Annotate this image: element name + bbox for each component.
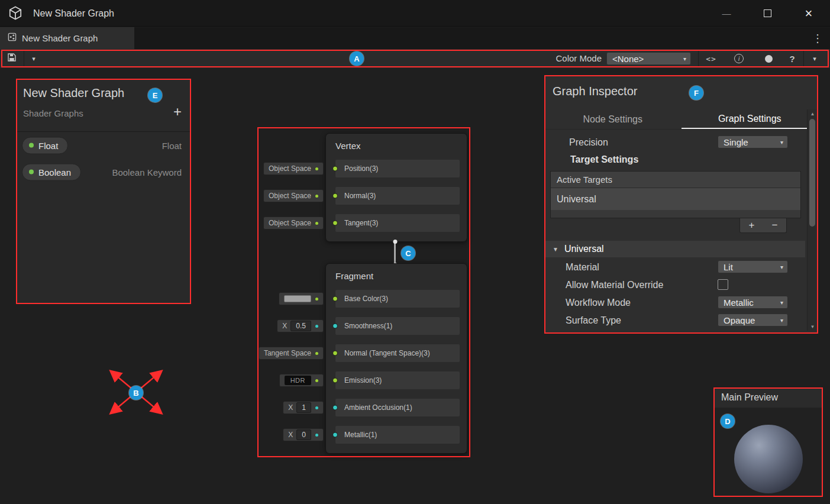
- graph-inspector-toggle[interactable]: i: [730, 49, 748, 68]
- add-target-button[interactable]: +: [740, 218, 763, 232]
- preview-sphere[interactable]: [734, 425, 803, 493]
- input-port-icon[interactable]: [332, 296, 338, 302]
- dropdown-value: Metallic: [724, 298, 754, 308]
- allow-material-override-checkbox[interactable]: [718, 279, 728, 290]
- surface-type-dropdown[interactable]: Opaque ▾: [718, 314, 788, 327]
- input-port-icon[interactable]: [332, 351, 338, 356]
- chevron-down-icon: ▾: [776, 317, 783, 324]
- shader-graph-icon: [8, 33, 17, 44]
- vertex-fragment-connector: [394, 242, 396, 264]
- tab-node-settings[interactable]: Node Settings: [544, 109, 682, 129]
- space-dropdown[interactable]: Object Space: [263, 162, 324, 175]
- slot-emission: HDR Emission(3): [335, 371, 460, 389]
- generated-code-button[interactable]: <>: [702, 49, 721, 68]
- dropdown-value: Opaque: [724, 315, 755, 325]
- annotation-badge-e: E: [148, 88, 162, 102]
- emission-control[interactable]: HDR: [279, 374, 324, 387]
- color-swatch[interactable]: [284, 295, 311, 302]
- minimize-button[interactable]: —: [716, 0, 737, 27]
- remove-target-button[interactable]: −: [763, 218, 786, 232]
- port-dot-icon: [315, 325, 318, 328]
- port-dot-icon: [315, 195, 318, 198]
- main-preview-title: Main Preview: [713, 387, 823, 408]
- fragment-node-title: Fragment: [326, 264, 467, 290]
- active-targets-header: Active Targets: [551, 172, 800, 188]
- preview-sphere-icon: [765, 55, 773, 63]
- target-row-universal[interactable]: Universal: [551, 188, 800, 210]
- tab-new-shader-graph[interactable]: New Shader Graph: [0, 27, 134, 49]
- color-mode-value: <None>: [612, 54, 644, 64]
- foldout-label: Universal: [564, 244, 604, 254]
- scrollbar-thumb[interactable]: [809, 119, 815, 227]
- value-field[interactable]: 0: [296, 429, 311, 440]
- color-mode-dropdown[interactable]: <None> ▾: [606, 52, 691, 65]
- maximize-button[interactable]: [757, 0, 777, 27]
- slot-label: Normal (Tangent Space)(3): [344, 349, 430, 357]
- main-preview-toggle[interactable]: [759, 49, 778, 68]
- graph-inspector-panel: Graph Inspector Node Settings Graph Sett…: [544, 75, 818, 333]
- port-dot-icon: [315, 406, 318, 409]
- annotation-badge-d: D: [721, 414, 735, 428]
- space-dropdown[interactable]: Object Space: [263, 217, 324, 230]
- toolbar-overflow-dropdown[interactable]: ▾: [806, 49, 823, 68]
- x-component-label: X: [288, 431, 293, 439]
- input-port-icon[interactable]: [332, 166, 338, 172]
- smoothness-control[interactable]: X 0.5: [277, 319, 324, 332]
- space-dropdown-label: Object Space: [269, 219, 311, 227]
- help-icon: ?: [789, 54, 795, 64]
- metallic-control[interactable]: X 0: [283, 428, 324, 441]
- space-dropdown[interactable]: Tangent Space: [259, 347, 324, 360]
- input-port-icon[interactable]: [332, 378, 338, 383]
- slot-label: Smoothness(1): [344, 322, 392, 330]
- input-port-icon[interactable]: [332, 405, 338, 411]
- hdr-color-field[interactable]: HDR: [285, 376, 311, 385]
- space-dropdown-label: Tangent Space: [264, 349, 311, 357]
- chevron-down-icon: ▾: [679, 56, 686, 62]
- property-pill[interactable]: Boolean: [22, 163, 81, 180]
- x-component-label: X: [288, 403, 293, 412]
- overflow-menu-icon[interactable]: ⋮: [812, 27, 823, 49]
- workflow-mode-dropdown[interactable]: Metallic ▾: [718, 296, 788, 309]
- port-dot-icon: [315, 298, 318, 301]
- input-port-icon[interactable]: [332, 193, 338, 199]
- inspector-scrollbar[interactable]: ▲ ▼: [807, 109, 817, 331]
- port-dot-icon: [315, 379, 318, 382]
- input-port-icon[interactable]: [332, 432, 338, 438]
- material-dropdown[interactable]: Lit ▾: [718, 260, 788, 273]
- slot-tangent: Object Space Tangent(3): [335, 214, 460, 232]
- save-options-dropdown[interactable]: ▾: [26, 49, 41, 68]
- window-title: New Shader Graph: [33, 0, 114, 27]
- add-property-button[interactable]: +: [173, 104, 182, 120]
- scroll-up-icon[interactable]: ▲: [808, 109, 818, 118]
- value-field[interactable]: 0.5: [290, 321, 311, 331]
- tab-graph-settings[interactable]: Graph Settings: [682, 109, 819, 129]
- shader-graph-window: New Shader Graph — × New Shader Graph ⋮: [0, 0, 830, 504]
- blackboard-item-float: Float Float: [16, 132, 191, 159]
- space-dropdown[interactable]: Object Space: [263, 189, 324, 202]
- port-dot-icon: [315, 434, 318, 437]
- universal-foldout[interactable]: ▼ Universal: [544, 241, 805, 257]
- input-port-icon[interactable]: [332, 324, 338, 329]
- value-field[interactable]: 1: [296, 402, 311, 413]
- tab-bar: New Shader Graph ⋮: [0, 27, 830, 49]
- ambient-occlusion-control[interactable]: X 1: [283, 401, 324, 414]
- chevron-down-icon: ▾: [776, 139, 783, 146]
- vertex-node[interactable]: Vertex Object Space Position(3) Object S…: [325, 133, 467, 242]
- help-button[interactable]: ?: [784, 49, 800, 68]
- connector-dot-icon: [393, 240, 397, 244]
- fragment-node[interactable]: Fragment Base Color(3) X 0.5 Smoothness(…: [325, 263, 467, 454]
- input-port-icon[interactable]: [332, 221, 338, 226]
- allow-material-override-label: Allow Material Override: [566, 280, 663, 290]
- close-button[interactable]: ×: [799, 0, 819, 27]
- precision-dropdown[interactable]: Single ▾: [718, 135, 788, 148]
- space-dropdown-label: Object Space: [269, 164, 311, 173]
- toolbar-separator: [24, 51, 24, 66]
- base-color-control[interactable]: [279, 292, 324, 305]
- main-preview-panel: Main Preview: [713, 387, 823, 497]
- scroll-down-icon[interactable]: ▼: [808, 322, 818, 331]
- save-button[interactable]: [4, 49, 20, 68]
- port-dot-icon: [315, 222, 318, 225]
- window-titlebar: New Shader Graph — ×: [0, 0, 830, 27]
- slot-label: Metallic(1): [344, 431, 377, 439]
- property-pill[interactable]: Float: [22, 137, 68, 154]
